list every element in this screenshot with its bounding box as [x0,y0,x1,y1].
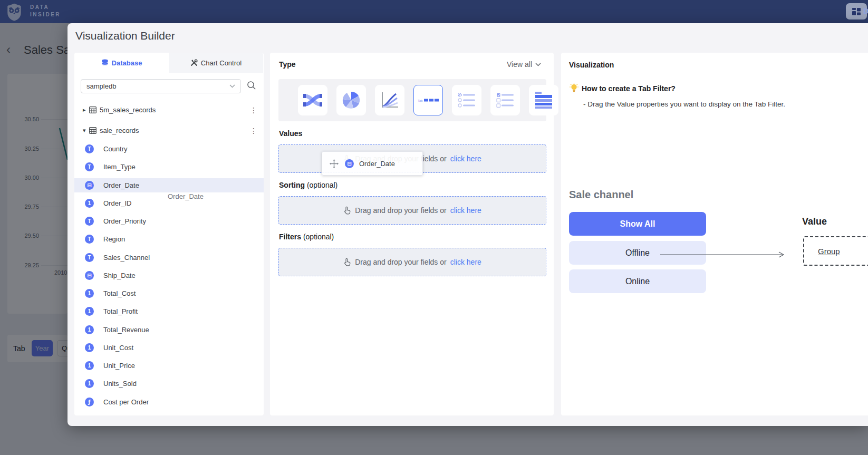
field-label: Order_ID [103,199,131,207]
chart-type-tab-filter[interactable]: Tab [413,85,443,115]
field-row[interactable]: 1 Unit_Cost [74,341,264,355]
database-panel: Database Chart Control sampledb [74,53,264,415]
modal-title: Visualization Builder [75,30,175,42]
tab-filter-icon: Tab [418,97,439,103]
field-row-selected[interactable]: ⊟ Order_Date [74,178,264,192]
database-select-value: sampledb [86,82,229,90]
chart-config-panel: Type View all [270,53,554,415]
number-field-icon: 1 [85,289,94,298]
radio-filter-icon [457,92,476,109]
dashboard-layout-icon [852,7,861,16]
field-label: Cost per Order [103,398,149,406]
sankey-chart-icon [303,92,323,109]
field-row[interactable]: 1 Total_Cost [74,286,264,301]
visualization-panel: Visualization How to create a Tab Filter… [561,53,868,415]
number-field-icon: 1 [85,379,94,388]
table-row-sale-records[interactable]: ▾ sale_records ⋮ [74,123,264,138]
field-row[interactable]: T Order_Priority [74,214,264,228]
tab-option-show-all[interactable]: Show All [569,212,706,236]
group-link[interactable]: Group [818,247,840,256]
top-navbar: DATA INSIDER D [0,0,868,23]
number-field-icon: 1 [85,325,94,334]
function-field-icon: ƒ [85,398,94,406]
chart-type-strip: Tab [278,79,546,121]
navbar-right-text[interactable]: D [863,7,868,15]
field-label: Total_Profit [103,307,138,315]
field-row[interactable]: ƒ Cost per Order [74,395,264,409]
click-here-link[interactable]: click here [450,258,481,266]
field-label: Item_Type [103,163,136,171]
table-icon [89,127,97,134]
number-field-icon: 1 [85,199,94,208]
drag-ghost-label: Order_Date [168,192,204,200]
kebab-menu-icon[interactable]: ⋮ [250,127,257,135]
text-field-icon: T [85,144,94,153]
click-here-link[interactable]: click here [450,154,481,163]
chevron-down-icon [229,84,235,88]
view-all-label: View all [507,60,532,69]
number-field-icon: 1 [85,361,94,370]
field-label: Sales_Channel [103,254,150,262]
chart-type-table[interactable] [529,85,558,115]
field-row[interactable]: 1 Total_Profit [74,304,264,318]
field-label: Order_Date [103,181,139,189]
filters-dropzone[interactable]: Drag and drop your fields or click here [278,248,546,276]
caret-right-icon[interactable]: ▸ [83,107,89,113]
view-all-button[interactable]: View all [507,60,541,69]
dragged-field-chip[interactable]: ⊟ Order_Date [322,151,423,176]
text-field-icon: T [85,162,94,171]
chevron-down-icon [535,63,541,66]
chart-type-radio-filter[interactable] [452,85,481,115]
tab-option-online[interactable]: Online [569,269,706,293]
field-row[interactable]: 1 Total_Revenue [74,323,264,337]
field-label: Unit_Cost [103,344,133,352]
widget-title: Sale channel [569,189,633,201]
chart-type-sankey[interactable] [298,85,327,115]
date-field-icon: ⊟ [85,181,94,190]
field-row[interactable]: T Item_Type [74,160,264,174]
drag-hand-icon [343,206,351,215]
field-row[interactable]: T Sales_Channel [74,250,264,265]
field-row[interactable]: 1 Units_Sold [74,376,264,391]
line-chart-icon [380,91,399,109]
tab-chart-control[interactable]: Chart Control [169,53,263,73]
database-icon [101,59,109,66]
table-row-5m-sales-records[interactable]: ▸ 5m_sales_records ⋮ [74,103,264,117]
field-label: Country [103,145,128,153]
caret-down-icon[interactable]: ▾ [83,127,89,134]
date-field-icon: ⊟ [85,271,94,280]
dropzone-placeholder: Drag and drop your fields or [355,258,447,266]
search-icon[interactable] [247,81,256,90]
tab-database-label: Database [112,59,142,67]
filters-section-label: Filters (optional) [279,233,334,241]
field-label: Total_Revenue [103,326,149,334]
field-row[interactable]: T Country [74,142,264,156]
field-label: Unit_Price [103,362,135,370]
kebab-menu-icon[interactable]: ⋮ [250,106,257,114]
sorting-dropzone[interactable]: Drag and drop your fields or click here [278,196,546,225]
field-label: Total_Cost [103,289,136,297]
field-row[interactable]: ⊟ Ship_Date [74,268,264,283]
table-name: 5m_sales_records [100,106,156,114]
field-label: Region [103,235,125,243]
annotation-heading: Value [802,216,827,227]
chip-label: Order_Date [359,160,395,168]
database-select[interactable]: sampledb [81,79,241,93]
number-field-icon: 1 [85,307,94,316]
chart-type-pie[interactable] [336,85,366,115]
tab-database[interactable]: Database [74,53,169,73]
field-label: Ship_Date [103,272,136,279]
click-here-link[interactable]: click here [450,206,481,215]
owl-logo-icon [5,2,24,22]
type-section-label: Type [279,60,296,69]
annotation-group-box: Group [803,236,868,266]
svg-text:Tab: Tab [418,99,423,102]
dropzone-placeholder: Drag and drop your fields or [355,206,447,215]
chart-type-checkbox-filter[interactable] [490,85,520,115]
field-row[interactable]: 1 Unit_Price [74,359,264,373]
move-icon [330,159,339,168]
field-row[interactable]: T Region [74,232,264,246]
visualization-builder-modal: Visualization Builder Database [67,23,868,426]
text-field-icon: T [85,217,94,226]
chart-type-line[interactable] [375,85,404,115]
